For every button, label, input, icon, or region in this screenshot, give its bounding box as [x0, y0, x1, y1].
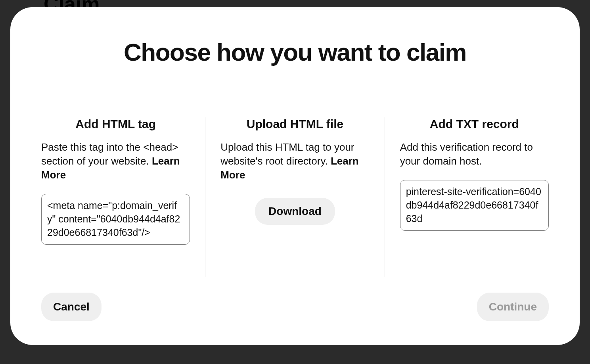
option-html-file[interactable]: Upload HTML file Upload this HTML tag to…: [205, 117, 384, 277]
option-html-file-title: Upload HTML file: [220, 117, 369, 131]
modal-footer: Cancel Continue: [41, 277, 549, 321]
cancel-button[interactable]: Cancel: [41, 293, 102, 321]
option-txt-record-desc-text: Add this verification record to your dom…: [400, 141, 533, 167]
modal-title: Choose how you want to claim: [41, 39, 549, 66]
options-container: Add HTML tag Paste this tag into the <he…: [41, 117, 549, 277]
option-html-tag-description: Paste this tag into the <head> section o…: [41, 140, 190, 182]
option-html-file-description: Upload this HTML tag to your website's r…: [220, 140, 369, 182]
html-tag-code-box[interactable]: <meta name="p:domain_verify" content="60…: [41, 194, 190, 244]
option-html-tag[interactable]: Add HTML tag Paste this tag into the <he…: [41, 117, 205, 277]
download-button[interactable]: Download: [255, 198, 335, 225]
claim-modal: Choose how you want to claim Add HTML ta…: [10, 7, 580, 345]
option-txt-record-title: Add TXT record: [400, 117, 549, 131]
download-wrap: Download: [220, 198, 369, 225]
option-html-tag-title: Add HTML tag: [41, 117, 190, 131]
option-txt-record[interactable]: Add TXT record Add this verification rec…: [385, 117, 549, 277]
continue-button[interactable]: Continue: [477, 293, 549, 321]
option-txt-record-description: Add this verification record to your dom…: [400, 140, 549, 168]
txt-record-code-box[interactable]: pinterest-site-verification=6040db944d4a…: [400, 180, 549, 230]
